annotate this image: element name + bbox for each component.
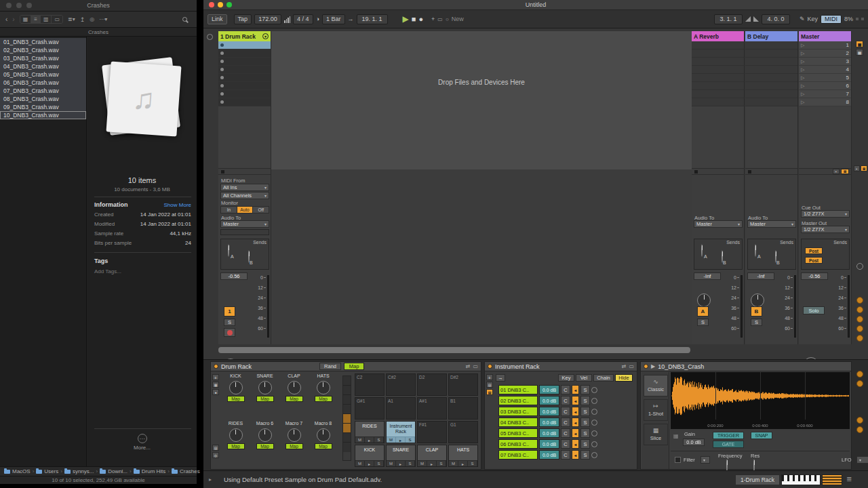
icon-view-button[interactable]: ▦ bbox=[20, 16, 32, 23]
send-a-knob[interactable] bbox=[228, 244, 229, 257]
solo-cue-button[interactable]: Solo bbox=[803, 306, 825, 314]
clip-stop-button[interactable] bbox=[220, 92, 224, 96]
key-map-button[interactable]: Key bbox=[807, 16, 818, 22]
pad-mute-button[interactable]: M bbox=[387, 460, 396, 466]
gallery-view-button[interactable]: ▭ bbox=[52, 16, 62, 23]
pad-play-icon[interactable]: ▸ bbox=[365, 460, 374, 466]
scene-row[interactable]: ▷1 bbox=[799, 41, 851, 49]
groove-icon[interactable]: ◑ bbox=[316, 16, 319, 22]
send-a-knob[interactable] bbox=[755, 244, 756, 257]
pad-play-icon[interactable]: ▸ bbox=[427, 460, 437, 466]
output-dropdown[interactable]: Master▾ bbox=[220, 220, 269, 228]
classic-mode-button[interactable]: ∿Classic bbox=[644, 375, 668, 396]
pad-solo-button[interactable]: S bbox=[374, 436, 384, 443]
send-a-pre-post-button[interactable]: Post bbox=[805, 247, 823, 254]
mixer-section-toggle[interactable] bbox=[856, 316, 863, 323]
monitor-off-button[interactable]: Off bbox=[253, 207, 269, 213]
monitor-in-button[interactable]: In bbox=[221, 207, 237, 213]
scene-play-icon[interactable]: ▷ bbox=[801, 75, 804, 81]
pad-play-icon[interactable]: ▸ bbox=[396, 436, 406, 443]
filter-type-dropdown[interactable]: ▾ bbox=[701, 456, 710, 464]
pad-play-icon[interactable]: ▸ bbox=[458, 460, 468, 466]
master-out-dropdown[interactable]: 1/2 Z77X▾ bbox=[801, 226, 850, 233]
key-zone-display[interactable] bbox=[781, 474, 821, 485]
drum-pad-empty[interactable]: D2 bbox=[417, 373, 447, 396]
clip-slot-selected[interactable] bbox=[218, 41, 271, 49]
clip-slot[interactable] bbox=[218, 82, 271, 90]
clip-stop-button[interactable] bbox=[220, 60, 224, 63]
chain-solo-button[interactable]: S bbox=[580, 407, 590, 416]
list-icon[interactable]: ≣ bbox=[846, 475, 852, 483]
chevron-circle-icon[interactable]: ▾ bbox=[262, 33, 269, 39]
slice-mode-button[interactable]: ▦Slice bbox=[644, 424, 668, 445]
path-item[interactable]: synnys... bbox=[73, 468, 94, 474]
arm-button[interactable] bbox=[224, 328, 235, 337]
hot-swap-icon[interactable]: ◂ bbox=[572, 450, 579, 460]
chain-list-toggle[interactable]: ● bbox=[212, 389, 219, 395]
key-zone-button[interactable]: Key bbox=[558, 374, 574, 382]
chain-name[interactable]: 01 DNB3 C.. bbox=[498, 385, 538, 394]
chain-pan[interactable]: C bbox=[561, 450, 570, 460]
instrument-rack-titlebar[interactable]: Instrument Rack ⇄ ▭ bbox=[485, 362, 637, 371]
chain-volume[interactable]: 0.0 dB bbox=[539, 385, 559, 394]
pad-mute-button[interactable]: M bbox=[449, 460, 458, 466]
device-activator[interactable] bbox=[644, 364, 648, 369]
return-activator-button[interactable]: B bbox=[751, 306, 762, 317]
drum-pad-empty[interactable]: F#1 bbox=[417, 421, 447, 443]
chain-solo-button[interactable]: S bbox=[580, 450, 590, 460]
scene-row[interactable]: ▷3 bbox=[799, 58, 851, 66]
scene-row[interactable]: ▷8 bbox=[799, 98, 851, 106]
device-strip-toggle-4[interactable] bbox=[856, 426, 863, 433]
send-a-knob[interactable] bbox=[701, 244, 703, 257]
pan-knob[interactable] bbox=[697, 293, 711, 307]
pad-mute-button[interactable]: M bbox=[418, 460, 427, 466]
macro-knob[interactable] bbox=[258, 428, 272, 442]
arrangement-position-field[interactable]: 19. 1. 1 bbox=[357, 14, 388, 24]
chain-select-button[interactable]: Chain bbox=[593, 374, 614, 382]
path-item[interactable]: Downl... bbox=[108, 468, 127, 474]
hot-swap-icon[interactable]: ◂ bbox=[572, 396, 579, 405]
show-more-link[interactable]: Show More bbox=[164, 202, 191, 208]
track-activator-button[interactable]: 1 bbox=[224, 306, 235, 317]
drum-pad-empty[interactable]: D#2 bbox=[448, 373, 478, 396]
file-row[interactable]: 06_DNB3_Crash.wav bbox=[0, 79, 86, 87]
chain-pan[interactable]: C bbox=[561, 439, 570, 449]
device-strip-toggle-2[interactable] bbox=[856, 380, 863, 387]
clip-slot[interactable] bbox=[218, 74, 271, 82]
simpler-titlebar[interactable]: ▶ 10_DNB3_Crash bbox=[641, 362, 851, 371]
return-activator-button[interactable]: A bbox=[697, 306, 709, 317]
gate-button[interactable]: GATE bbox=[713, 441, 744, 448]
drum-pad-empty[interactable]: G1 bbox=[448, 421, 478, 443]
clip-slot[interactable] bbox=[218, 90, 271, 98]
loop-length-field[interactable]: 4. 0. 0 bbox=[762, 14, 790, 24]
macro-map-button[interactable]: Map bbox=[227, 443, 245, 449]
chain-circle-icon[interactable] bbox=[591, 398, 597, 404]
chain-name[interactable]: 02 DNB3 C.. bbox=[498, 396, 538, 405]
return-b-header[interactable]: B Delay bbox=[745, 31, 797, 41]
add-tags-field[interactable]: Add Tags... bbox=[94, 268, 121, 274]
hot-swap-icon[interactable]: ◂ bbox=[572, 407, 579, 416]
track-collapse-circle[interactable] bbox=[207, 34, 213, 40]
waveform-display[interactable]: 0:00:200 0:00:400 0:00:600 bbox=[671, 372, 850, 429]
drum-pad-empty[interactable]: A#1 bbox=[417, 397, 447, 420]
chain-name[interactable]: 07 DNB3 C.. bbox=[498, 450, 538, 460]
preview-play-icon[interactable]: ▶ bbox=[651, 363, 655, 369]
output-dropdown[interactable]: Master▾ bbox=[747, 220, 796, 228]
crossfader-toggle[interactable] bbox=[856, 335, 863, 342]
more-button[interactable]: More... bbox=[87, 445, 197, 451]
autoselect-toggle[interactable]: ◎ bbox=[212, 452, 219, 458]
hot-swap-icon[interactable]: ◂ bbox=[572, 439, 579, 449]
overdub-icon[interactable]: + bbox=[431, 16, 435, 22]
chain-name[interactable]: 05 DNB3 C.. bbox=[498, 428, 538, 438]
chain-list-toggle[interactable]: ▤ bbox=[486, 382, 493, 388]
chain-volume[interactable]: 0.0 dB bbox=[539, 450, 559, 460]
clip-slot[interactable] bbox=[218, 58, 271, 66]
master-header[interactable]: Master bbox=[799, 31, 851, 41]
zoom-button[interactable] bbox=[226, 2, 232, 7]
file-row[interactable]: 02_DNB3_Crash.wav bbox=[0, 46, 86, 54]
empty-track-area[interactable]: Drop Files and Devices Here bbox=[271, 31, 692, 169]
chain-volume[interactable]: 0.0 dB bbox=[539, 439, 559, 449]
input-device-dropdown[interactable]: All Ins▾ bbox=[220, 184, 269, 191]
chain-solo-button[interactable]: S bbox=[580, 385, 590, 394]
pad-mute-button[interactable]: M bbox=[387, 436, 396, 443]
